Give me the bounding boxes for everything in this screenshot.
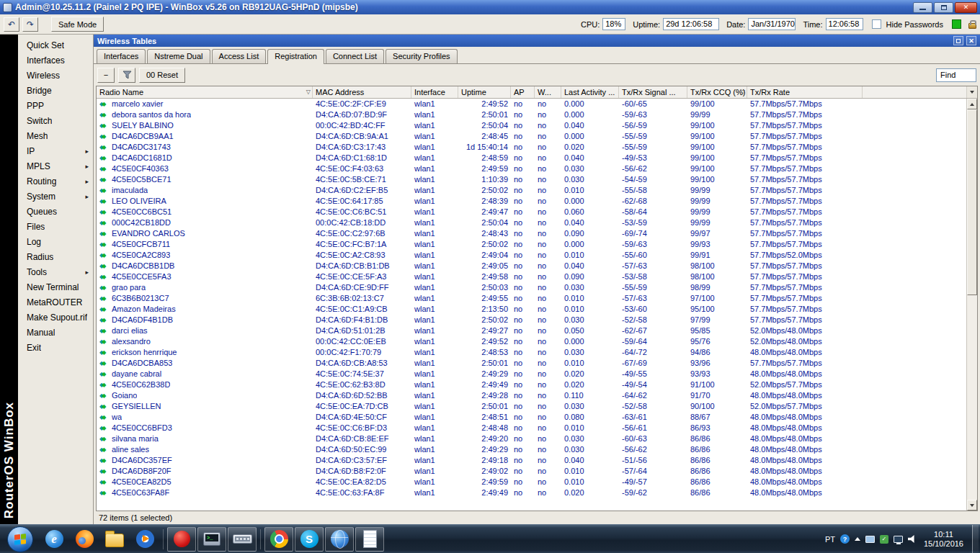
scrollbar-thumb[interactable] <box>967 109 977 295</box>
scrollbar-track[interactable] <box>967 109 977 500</box>
registration-row[interactable]: 4C5E0CFCB7114C:5E:0C:FC:B7:1Awlan12:50:0… <box>97 239 966 250</box>
registration-row[interactable]: D4CA6DC357EFD4:CA:6D:C3:57:EFwlan12:49:1… <box>97 455 966 466</box>
registration-row[interactable]: 6C3B6B0213C76C:3B:6B:02:13:C7wlan12:49:5… <box>97 293 966 304</box>
column-header-uptime[interactable]: Uptime <box>458 86 511 98</box>
filter-button[interactable] <box>118 68 135 83</box>
sidebar-item-mpls[interactable]: MPLS <box>18 158 93 174</box>
registration-row[interactable]: dayane cabral4C:5E:0C:74:5E:37wlan12:49:… <box>97 369 966 379</box>
panel-maximize-button[interactable] <box>953 36 963 45</box>
registration-row[interactable]: darci eliasD4:CA:6D:51:01:2Bwlan12:49:27… <box>97 325 966 336</box>
tab-nstreme-dual[interactable]: Nstreme Dual <box>147 49 210 63</box>
media-player-icon[interactable] <box>130 527 159 552</box>
firefox-icon[interactable] <box>70 527 99 552</box>
sidebar-item-ppp[interactable]: PPP <box>18 98 93 113</box>
registration-row[interactable]: Amazon Madeiras4C:5E:0C:C1:A9:CBwlan12:1… <box>97 304 966 315</box>
registration-row[interactable]: 4C5E0CC6BC514C:5E:0C:C6:BC:51wlan12:49:4… <box>97 207 966 217</box>
scroll-down-button[interactable] <box>967 500 977 511</box>
sidebar-item-mesh[interactable]: Mesh <box>18 128 93 143</box>
column-header-last-activity[interactable]: Last Activity ... <box>561 86 619 98</box>
minimize-button[interactable] <box>913 2 932 13</box>
volume-icon[interactable] <box>908 535 917 544</box>
registration-row[interactable]: 4C5E0CA2C8934C:5E:0C:A2:C8:93wlan12:49:0… <box>97 250 966 261</box>
registration-row[interactable]: SUELY BALBINO00:0C:42:BD:4C:FFwlan12:50:… <box>97 120 966 131</box>
panel-close-button[interactable]: ✕ <box>966 36 976 45</box>
terminal-icon[interactable] <box>197 527 226 552</box>
sidebar-item-bridge[interactable]: Bridge <box>18 83 93 98</box>
column-header-tx-rx-rate[interactable]: Tx/Rx Rate <box>747 86 863 98</box>
registration-row[interactable]: D4CA6DC1681DD4:CA:6D:C1:68:1Dwlan12:48:5… <box>97 153 966 163</box>
close-button[interactable]: ✕ <box>955 2 977 13</box>
sidebar-item-radius[interactable]: Radius <box>18 249 93 264</box>
hidden-icons-arrow[interactable] <box>855 537 860 541</box>
vertical-scrollbar[interactable] <box>966 99 977 511</box>
sidebar-item-queues[interactable]: Queues <box>18 204 93 219</box>
sidebar-item-make-supout-rif[interactable]: Make Supout.rif <box>18 310 93 325</box>
keyboard-icon[interactable] <box>228 527 257 552</box>
registration-row[interactable]: GoianoD4:CA:6D:6D:52:BBwlan12:49:28nono0… <box>97 390 966 401</box>
redo-button[interactable]: ↷ <box>22 17 38 32</box>
registration-row[interactable]: D4CA6DC31743D4:CA:6D:C3:17:43wlan11d 15:… <box>97 142 966 153</box>
internet-explorer-icon[interactable] <box>40 527 68 552</box>
sidebar-item-tools[interactable]: Tools <box>18 264 93 279</box>
sidebar-item-log[interactable]: Log <box>18 234 93 249</box>
reset-counters-button[interactable]: 00 Reset <box>139 68 185 83</box>
registration-row[interactable]: erickson henrrique00:0C:42:F1:70:79wlan1… <box>97 347 966 358</box>
registration-row[interactable]: D4CA6DCB9AA1D4:CA:6D:CB:9A:A1wlan12:48:4… <box>97 131 966 142</box>
display-icon[interactable] <box>865 536 875 543</box>
registration-row[interactable]: imaculadaD4:CA:6D:C2:EF:B5wlan12:50:02no… <box>97 185 966 196</box>
column-header-radio-name[interactable]: Radio Name <box>97 86 313 98</box>
notepad-icon[interactable] <box>355 527 384 552</box>
remove-button[interactable]: − <box>97 68 115 83</box>
safe-mode-button[interactable]: Safe Mode <box>51 17 104 32</box>
registration-row[interactable]: LEO OLIVEIRA4C:5E:0C:64:17:85wlan12:48:3… <box>97 196 966 207</box>
registration-row[interactable]: 4C5E0CC6BFD34C:5E:0C:C6:BF:D3wlan12:48:4… <box>97 423 966 433</box>
sidebar-item-ip[interactable]: IP <box>18 143 93 158</box>
registration-row[interactable]: 4C5E0C62B38D4C:5E:0C:62:B3:8Dwlan12:49:4… <box>97 379 966 390</box>
hide-passwords-checkbox[interactable] <box>872 19 881 29</box>
sidebar-item-system[interactable]: System <box>18 189 93 204</box>
maximize-button[interactable] <box>934 2 953 13</box>
chrome-icon[interactable] <box>264 527 293 552</box>
column-header-w[interactable]: W... <box>535 86 561 98</box>
column-header-tx-rx-signal[interactable]: Tx/Rx Signal ... <box>619 86 687 98</box>
sidebar-item-exit[interactable]: Exit <box>18 340 93 355</box>
registration-row[interactable]: D4CA6DB8F20FD4:CA:6D:B8:F2:0Fwlan12:49:0… <box>97 466 966 477</box>
usb-eject-icon[interactable] <box>880 535 888 544</box>
language-indicator[interactable]: PT <box>825 535 835 544</box>
registration-row[interactable]: marcelo xavier4C:5E:0C:2F:CF:E9wlan12:49… <box>97 99 966 109</box>
registration-row[interactable]: 4C5E0C63FA8F4C:5E:0C:63:FA:8Fwlan12:49:4… <box>97 487 966 498</box>
registration-row[interactable]: 4C5E0CEA82D54C:5E:0C:EA:82:D5wlan12:49:5… <box>97 477 966 487</box>
column-header-ap[interactable]: AP <box>511 86 535 98</box>
sidebar-item-metarouter[interactable]: MetaROUTER <box>18 295 93 310</box>
tab-connect-list[interactable]: Connect List <box>326 49 384 63</box>
registration-row[interactable]: 4C5E0C5BCE714C:5E:0C:5B:CE:71wlan11:10:3… <box>97 174 966 185</box>
skype-icon[interactable] <box>295 527 324 552</box>
registration-row[interactable]: D4CA6DCBB1DBD4:CA:6D:CB:B1:DBwlan12:49:0… <box>97 261 966 271</box>
registration-row[interactable]: 4C5E0CF403634C:5E:0C:F4:03:63wlan12:49:5… <box>97 163 966 174</box>
sidebar-item-routing[interactable]: Routing <box>18 174 93 189</box>
sidebar-item-switch[interactable]: Switch <box>18 113 93 128</box>
column-header-tx-rx-ccq[interactable]: Tx/Rx CCQ (%) <box>687 86 747 98</box>
clock[interactable]: 10:11 15/10/2016 <box>924 530 963 549</box>
scroll-up-button[interactable] <box>967 99 977 109</box>
sidebar-item-quick-set[interactable]: Quick Set <box>18 37 93 53</box>
file-explorer-icon[interactable] <box>100 527 129 552</box>
find-button[interactable]: Find <box>936 68 976 82</box>
winbox-icon[interactable] <box>167 527 196 552</box>
start-button[interactable] <box>7 526 33 552</box>
registration-row[interactable]: D4CA6DCBA853D4:CA:6D:CB:A8:53wlan12:50:0… <box>97 358 966 369</box>
column-chooser-button[interactable] <box>966 86 977 98</box>
show-desktop-button[interactable] <box>972 525 979 553</box>
registration-row[interactable]: 4C5E0CCE5FA34C:5E:0C:CE:5F:A3wlan12:49:5… <box>97 271 966 282</box>
registration-row[interactable]: 000C42CB18DD00:0C:42:CB:18:DDwlan12:50:0… <box>97 217 966 228</box>
tab-interfaces[interactable]: Interfaces <box>97 49 146 63</box>
registration-row[interactable]: waD4:CA:6D:4E:50:CFwlan12:48:51nono0.080… <box>97 412 966 423</box>
sidebar-item-interfaces[interactable]: Interfaces <box>18 53 93 68</box>
registration-row[interactable]: EVANDRO CARLOS4C:5E:0C:C2:97:6Bwlan12:48… <box>97 228 966 239</box>
registration-row[interactable]: D4CA6DF4B1DBD4:CA:6D:F4:B1:DBwlan12:50:0… <box>97 315 966 325</box>
help-icon[interactable]: ? <box>840 534 850 544</box>
registration-row[interactable]: debora santos da horaD4:CA:6D:07:BD:9Fwl… <box>97 109 966 120</box>
registration-row[interactable]: grao paraD4:CA:6D:CE:9D:FFwlan12:50:03no… <box>97 282 966 293</box>
undo-button[interactable]: ↶ <box>4 17 19 32</box>
network-globe-icon[interactable] <box>325 527 354 552</box>
